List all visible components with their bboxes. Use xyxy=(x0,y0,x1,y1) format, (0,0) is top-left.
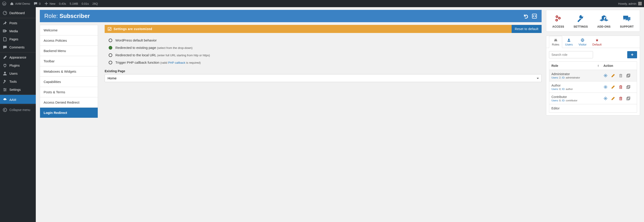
chat-icon xyxy=(622,14,631,23)
stat-queries: 26Q xyxy=(92,2,98,5)
clone-icon[interactable] xyxy=(626,96,630,100)
manage-icon[interactable] xyxy=(604,85,608,89)
radio-default-behavior[interactable]: WordPress default behavior xyxy=(109,37,538,44)
feature-backend-menu[interactable]: Backend Menu xyxy=(40,46,98,56)
feature-toolbar[interactable]: Toolbar xyxy=(40,56,98,66)
sidebar-item-appearance[interactable]: Appearance xyxy=(0,52,36,61)
sidebar-item-comments[interactable]: Comments xyxy=(0,43,36,51)
tab-settings[interactable]: SETTINGS xyxy=(574,14,588,28)
sidebar-item-plugins[interactable]: Plugins xyxy=(0,61,36,69)
user-icon xyxy=(567,38,571,42)
sidebar-item-users[interactable]: Users xyxy=(0,69,36,78)
page-title: Role: Subscriber xyxy=(44,13,90,20)
reset-icon[interactable] xyxy=(523,14,528,19)
sidebar-item-pages[interactable]: Pages xyxy=(0,35,36,43)
trash-icon[interactable] xyxy=(619,74,623,78)
avatar[interactable] xyxy=(638,2,642,5)
globe-icon xyxy=(581,38,584,42)
edit-icon[interactable] xyxy=(611,96,615,100)
table-row[interactable]: Contributor Users: 0; ID: contributor xyxy=(549,93,637,104)
trash-icon[interactable] xyxy=(619,85,623,89)
new-link[interactable]: New xyxy=(44,2,56,6)
tab-addons[interactable]: ADD-ONS xyxy=(597,14,611,28)
table-row[interactable]: Editor xyxy=(549,104,637,113)
subject-tab-users[interactable]: Users xyxy=(562,36,576,48)
col-action: Action xyxy=(601,62,637,70)
howdy-link[interactable]: Howdy, admin xyxy=(618,2,636,5)
edit-icon[interactable] xyxy=(611,74,615,78)
radio-icon[interactable] xyxy=(109,46,112,50)
manage-icon[interactable] xyxy=(604,74,608,78)
clone-icon[interactable] xyxy=(626,85,630,89)
role-table: Role▲▼ Action Administrator Users: 2; ID… xyxy=(549,61,637,113)
radio-icon[interactable] xyxy=(109,53,112,57)
gears-icon xyxy=(554,14,562,23)
subject-tab-visitor[interactable]: Visitor xyxy=(576,36,590,48)
subject-tab-roles[interactable]: Roles xyxy=(549,36,562,48)
collapse-menu[interactable]: Collapse menu xyxy=(0,105,36,114)
feature-access-policies[interactable]: Access Policies xyxy=(40,35,98,46)
radio-icon[interactable] xyxy=(109,61,112,64)
users-icon xyxy=(554,38,558,42)
trash-icon[interactable] xyxy=(619,96,623,100)
reset-to-default-button[interactable]: Reset to default xyxy=(512,25,542,33)
feature-welcome[interactable]: Welcome xyxy=(40,25,98,35)
settings-panel: Settings are customized Reset to default… xyxy=(105,25,542,118)
cubes-icon xyxy=(600,14,608,23)
role-name: Administrator xyxy=(552,72,599,76)
stat-mem: 5.1MB xyxy=(70,2,78,5)
sidebar-item-posts[interactable]: Posts xyxy=(0,18,36,27)
admin-sidebar: Dashboard Posts Media Pages Comments App… xyxy=(0,7,36,222)
feature-list: Welcome Access Policies Backend Menu Too… xyxy=(40,25,98,118)
comments-link[interactable]: 0 xyxy=(34,2,40,6)
radio-icon[interactable] xyxy=(109,39,112,42)
wp-logo[interactable] xyxy=(2,2,6,6)
sidebar-item-media[interactable]: Media xyxy=(0,27,36,35)
php-callback-link[interactable]: PHP callback xyxy=(168,61,185,64)
manage-icon[interactable] xyxy=(604,96,608,100)
add-role-button[interactable]: + xyxy=(627,51,637,58)
existing-page-label: Existing Page xyxy=(105,67,542,74)
tab-support[interactable]: SUPPORT xyxy=(620,14,634,28)
wrench-icon xyxy=(576,14,585,23)
tab-access[interactable]: ACCESS xyxy=(552,14,564,28)
table-row[interactable]: Administrator Users: 2; ID: administrato… xyxy=(549,70,637,81)
sidebar-item-aam[interactable]: AAM xyxy=(0,95,36,104)
sidebar-item-tools[interactable]: Tools xyxy=(0,78,36,86)
admin-bar: AAM Demo 0 New 0.43s 5.1MB 0.01s 26Q How… xyxy=(0,0,644,7)
table-row[interactable]: Author Users: 0; ID: author xyxy=(549,81,637,93)
role-name: Contributor xyxy=(552,95,599,99)
feature-capabilities[interactable]: Capabilities xyxy=(40,76,98,87)
star-icon xyxy=(595,38,599,42)
check-icon xyxy=(108,27,111,31)
existing-page-select[interactable]: Home xyxy=(105,74,542,82)
page-title-bar: Role: Subscriber xyxy=(40,10,542,22)
role-name: Author xyxy=(552,84,599,87)
col-role[interactable]: Role▲▼ xyxy=(549,62,601,70)
code-icon[interactable] xyxy=(532,14,537,19)
feature-access-denied-redirect[interactable]: Access Denied Redirect xyxy=(40,97,98,107)
role-name: Editor xyxy=(552,106,599,110)
sidebar-item-dashboard[interactable]: Dashboard xyxy=(0,9,36,17)
subject-tab-default[interactable]: Default xyxy=(590,36,604,48)
clone-icon[interactable] xyxy=(626,74,630,78)
site-name-link[interactable]: AAM Demo xyxy=(10,2,30,6)
radio-php-callback[interactable]: Trigger PHP callback function (valid PHP… xyxy=(109,59,538,66)
feature-posts-terms[interactable]: Posts & Terms xyxy=(40,87,98,97)
feature-login-redirect[interactable]: Login Redirect xyxy=(40,107,98,118)
stat-sec: 0.01s xyxy=(82,2,89,5)
edit-icon[interactable] xyxy=(611,85,615,89)
feature-metaboxes[interactable]: Metaboxes & Widgets xyxy=(40,66,98,76)
customized-notice: Settings are customized Reset to default xyxy=(105,25,542,33)
search-role-input[interactable] xyxy=(549,51,593,58)
stat-time: 0.43s xyxy=(59,2,66,5)
radio-local-url[interactable]: Redirected to the local URL (enter full … xyxy=(109,51,538,59)
sidebar-item-settings[interactable]: Settings xyxy=(0,86,36,94)
radio-existing-page[interactable]: Redirected to existing page (select from… xyxy=(109,44,538,51)
